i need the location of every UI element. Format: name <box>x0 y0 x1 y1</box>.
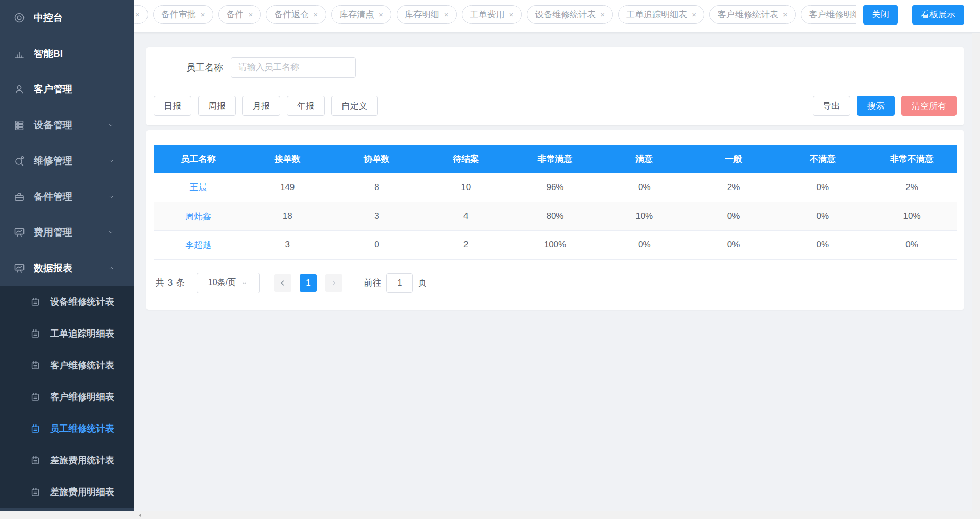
goto-page-input[interactable] <box>386 273 413 293</box>
close-button[interactable]: 关闭 <box>863 5 898 25</box>
sidebar-subitem-1[interactable]: 工单追踪明细表 <box>0 318 134 349</box>
sidebar-subitem-label: 员工维修统计表 <box>50 422 114 435</box>
sidebar-subitem-6[interactable]: 差旅费用明细表 <box>0 476 134 508</box>
period-button-1[interactable]: 周报 <box>198 96 236 116</box>
sidebar-subitem-2[interactable]: 客户维修统计表 <box>0 349 134 381</box>
table-row-2: 李超越302100%0%0%0%0% <box>154 230 957 259</box>
tab-3[interactable]: 备件返仓× <box>266 5 326 24</box>
tab-partial[interactable]: × <box>134 5 148 24</box>
sidebar-item-7[interactable]: 数据报表 <box>0 250 134 286</box>
tab-close-icon[interactable]: × <box>444 11 449 18</box>
tab-10[interactable]: 客户维修明细表× <box>801 5 856 24</box>
tab-close-icon[interactable]: × <box>692 11 696 18</box>
tab-close-icon[interactable]: × <box>509 11 514 18</box>
column-header-4: 非常满意 <box>510 145 600 173</box>
sidebar-item-0[interactable]: 中控台 <box>0 0 134 36</box>
period-button-2[interactable]: 月报 <box>242 96 280 116</box>
tab-7[interactable]: 设备维修统计表× <box>527 5 613 24</box>
page-size-select[interactable]: 10条/页 <box>197 273 260 293</box>
tab-5[interactable]: 库存明细× <box>397 5 457 24</box>
chevron-up-icon <box>108 265 115 272</box>
sidebar: 中控台智能BI客户管理设备管理维修管理备件管理费用管理数据报表设备维修统计表工单… <box>0 0 134 511</box>
sidebar-item-label: 维修管理 <box>34 154 72 168</box>
tab-label: 备件返仓 <box>274 9 309 20</box>
sidebar-subitem-label: 工单追踪明细表 <box>50 327 114 340</box>
sidebar-item-label: 备件管理 <box>34 190 72 203</box>
customer-icon <box>13 83 26 96</box>
tab-close-icon[interactable]: × <box>249 11 253 18</box>
sidebar-item-4[interactable]: 维修管理 <box>0 143 134 179</box>
notebook-icon <box>30 296 41 308</box>
board-display-button[interactable]: 看板展示 <box>912 5 964 25</box>
tab-8[interactable]: 工单追踪明细表× <box>618 5 704 24</box>
search-button[interactable]: 搜索 <box>857 96 895 116</box>
table-cell: 3 <box>332 202 422 230</box>
clear-all-button[interactable]: 清空所有 <box>901 96 957 116</box>
sidebar-subitem-5[interactable]: 差旅费用统计表 <box>0 444 134 476</box>
sidebar-item-6[interactable]: 费用管理 <box>0 215 134 250</box>
column-header-3: 待结案 <box>421 145 510 173</box>
tab-4[interactable]: 库存清点× <box>331 5 391 24</box>
sidebar-subitem-4[interactable]: 员工维修统计表 <box>0 413 134 444</box>
sidebar-subitem-label: 差旅费用统计表 <box>50 454 114 466</box>
table-cell: 0% <box>778 230 867 259</box>
chevron-down-icon <box>108 229 115 236</box>
employee-name-link[interactable]: 王晨 <box>154 173 243 202</box>
tab-close-icon[interactable]: × <box>313 11 318 18</box>
filter-button-row: 日报周报月报年报自定义 导出 搜索 清空所有 <box>146 87 964 125</box>
next-page-button[interactable] <box>325 274 342 292</box>
tab-list: ×备件审批×备件×备件返仓×库存清点×库存明细×工单费用×设备维修统计表×工单追… <box>134 5 856 24</box>
sidebar-subitem-label: 客户维修统计表 <box>50 359 114 371</box>
tab-bar: ×备件审批×备件×备件返仓×库存清点×库存明细×工单费用×设备维修统计表×工单追… <box>134 0 980 33</box>
table-cell: 8 <box>332 173 422 202</box>
export-button[interactable]: 导出 <box>813 96 850 116</box>
table-cell: 0% <box>600 230 689 259</box>
table-cell: 2% <box>689 173 778 202</box>
notebook-icon <box>30 391 41 403</box>
vertical-scrollbar[interactable] <box>972 33 980 511</box>
app-root: 中控台智能BI客户管理设备管理维修管理备件管理费用管理数据报表设备维修统计表工单… <box>0 0 980 519</box>
horizontal-scrollbar[interactable] <box>0 511 980 519</box>
action-buttons: 导出 搜索 清空所有 <box>813 96 957 116</box>
period-buttons: 日报周报月报年报自定义 <box>154 96 378 116</box>
table-cell: 10% <box>600 202 689 230</box>
sidebar-subitem-3[interactable]: 客户维修明细表 <box>0 381 134 413</box>
content-area: 员工名称 日报周报月报年报自定义 导出 搜索 清空所有 员工名称接单数协单数待结… <box>134 33 980 519</box>
tab-2[interactable]: 备件× <box>218 5 261 24</box>
page-number-button[interactable]: 1 <box>300 274 317 292</box>
tab-label: 库存明细 <box>405 9 439 20</box>
sidebar-submenu: 设备维修统计表工单追踪明细表客户维修统计表客户维修明细表员工维修统计表差旅费用统… <box>0 286 134 508</box>
board-icon <box>13 226 26 239</box>
tab-close-icon[interactable]: × <box>135 11 140 18</box>
table-cell: 80% <box>510 202 600 230</box>
table-cell: 10% <box>867 202 957 230</box>
employee-name-input[interactable] <box>231 57 356 78</box>
sidebar-item-2[interactable]: 客户管理 <box>0 72 134 107</box>
sidebar-item-3[interactable]: 设备管理 <box>0 107 134 143</box>
employee-name-link[interactable]: 周炜鑫 <box>154 202 243 230</box>
table-cell: 0 <box>332 230 422 259</box>
tab-6[interactable]: 工单费用× <box>462 5 522 24</box>
table-header-row: 员工名称接单数协单数待结案非常满意满意一般不满意非常不满意 <box>154 145 957 173</box>
tab-close-icon[interactable]: × <box>379 11 383 18</box>
employee-name-link[interactable]: 李超越 <box>154 230 243 259</box>
tab-label: 备件审批 <box>161 9 196 20</box>
chevron-down-icon <box>108 193 115 200</box>
sidebar-item-1[interactable]: 智能BI <box>0 36 134 72</box>
tab-close-icon[interactable]: × <box>600 11 605 18</box>
notebook-icon <box>30 455 41 466</box>
period-button-0[interactable]: 日报 <box>154 96 191 116</box>
prev-page-button[interactable] <box>274 274 291 292</box>
tab-label: 客户维修统计表 <box>718 9 778 20</box>
period-button-4[interactable]: 自定义 <box>331 96 378 116</box>
table-cell: 0% <box>689 202 778 230</box>
tab-close-icon[interactable]: × <box>783 11 788 18</box>
employee-name-form-row: 员工名称 <box>146 47 964 78</box>
tab-close-icon[interactable]: × <box>201 11 205 18</box>
period-button-3[interactable]: 年报 <box>287 96 325 116</box>
sidebar-subitem-0[interactable]: 设备维修统计表 <box>0 286 134 318</box>
tab-9[interactable]: 客户维修统计表× <box>709 5 796 24</box>
sidebar-item-5[interactable]: 备件管理 <box>0 179 134 215</box>
table-cell: 0% <box>778 173 867 202</box>
tab-1[interactable]: 备件审批× <box>153 5 213 24</box>
